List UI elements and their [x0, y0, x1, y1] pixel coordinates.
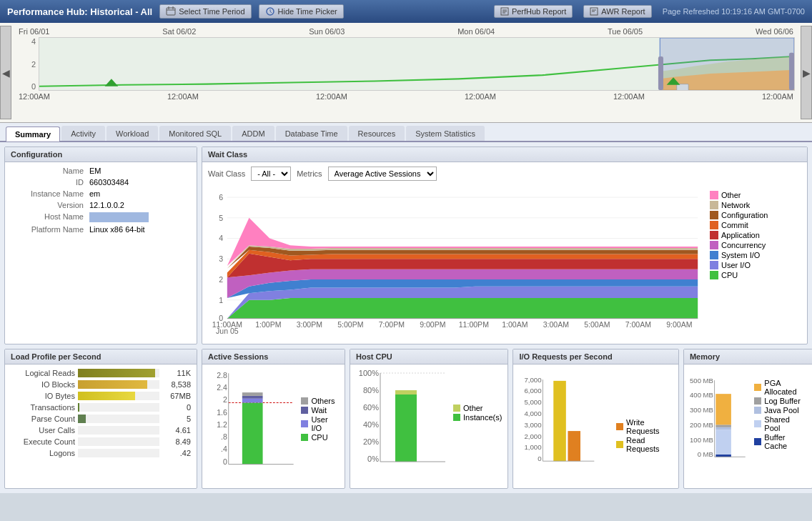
svg-text:7:00AM: 7:00AM	[625, 320, 651, 329]
legend-instances: Instance(s)	[453, 413, 502, 422]
load-row-io-bytes: IO Bytes 67MB	[11, 390, 191, 402]
timeline-area: ◀ Fri 06/01 Sat 06/02 Sun 06/03 Mon 06/0…	[0, 23, 812, 123]
metrics-select[interactable]: Average Active Sessions	[328, 167, 437, 181]
active-sessions-chart: 2.8 2.4 2 1.6 1.2 .8 .4 0	[208, 367, 297, 485]
select-time-period-button[interactable]: Select Time Period	[159, 4, 251, 19]
tab-monitored-sql[interactable]: Monitored SQL	[159, 126, 231, 141]
awr-report-button[interactable]: AWR Report	[583, 5, 651, 18]
config-row-instance: Instance Name em	[8, 188, 194, 199]
timeline-chart[interactable]	[39, 37, 795, 91]
header: Performance Hub: Historical - All Select…	[0, 0, 812, 23]
svg-text:2: 2	[219, 275, 223, 284]
wait-class-legend: Other Network Configuration Commit	[707, 185, 807, 344]
host-cpu-panel: Host CPU 100% 80% 60% 40% 20% 0%	[350, 349, 508, 489]
svg-rect-69	[242, 402, 263, 464]
svg-text:6,000: 6,000	[525, 387, 542, 395]
svg-text:3:00AM: 3:00AM	[543, 320, 569, 329]
timeline-right-button[interactable]: ▶	[801, 26, 812, 119]
load-row-transactions: Transactions 0	[11, 402, 191, 413]
memory-header: Memory	[684, 349, 812, 364]
tab-summary[interactable]: Summary	[6, 126, 60, 142]
svg-rect-95	[568, 431, 581, 461]
tab-system-statistics[interactable]: System Statistics	[406, 126, 485, 141]
legend-system-io: System I/O	[710, 251, 804, 259]
svg-rect-70	[242, 399, 263, 403]
svg-rect-104	[716, 455, 731, 457]
svg-rect-18	[789, 53, 794, 90]
legend-other: Other	[710, 191, 804, 199]
legend-buffer-cache: Buffer Cache	[754, 433, 806, 450]
perfhub-report-button[interactable]: PerfHub Report	[494, 5, 573, 18]
svg-text:0: 0	[538, 455, 542, 462]
svg-text:20%: 20%	[363, 437, 379, 446]
configuration-panel: Configuration Name EM ID 660303484 Insta…	[4, 147, 197, 344]
svg-text:9:00PM: 9:00PM	[420, 320, 445, 329]
svg-text:7,000: 7,000	[525, 376, 542, 384]
legend-java-pool: Java Pool	[754, 406, 806, 415]
tab-addm[interactable]: ADDM	[232, 126, 274, 141]
svg-text:11:00PM: 11:00PM	[459, 320, 489, 329]
legend-concurrency: Concurrency	[710, 241, 804, 249]
load-profile-header: Load Profile per Second	[5, 349, 197, 364]
active-sessions-panel: Active Sessions 2.8 2.4 2 1.6 1.2 .8 .4 …	[202, 349, 345, 489]
main-content: Configuration Name EM ID 660303484 Insta…	[0, 142, 812, 493]
legend-read-requests: Read Requests	[616, 436, 673, 453]
svg-rect-94	[554, 381, 567, 461]
svg-text:1,000: 1,000	[525, 443, 542, 451]
wait-class-chart: 6 5 4 3 2 1 0	[208, 185, 701, 342]
load-row-io-blocks: IO Blocks 8,538	[11, 379, 191, 390]
active-sessions-body: 2.8 2.4 2 1.6 1.2 .8 .4 0	[202, 364, 345, 488]
svg-text:9:00AM: 9:00AM	[666, 320, 692, 329]
legend-shared-pool: Shared Pool	[754, 415, 806, 432]
legend-commit: Commit	[710, 221, 804, 229]
io-requests-header: I/O Requests per Second	[513, 349, 678, 364]
legend-configuration-color	[710, 211, 718, 219]
tab-database-time[interactable]: Database Time	[276, 126, 347, 141]
page-title: Performance Hub: Historical - All	[7, 6, 152, 17]
wait-class-header: Wait Class	[202, 147, 807, 162]
load-row-parse-count: Parse Count 5	[11, 413, 191, 425]
svg-rect-105	[716, 430, 731, 455]
svg-rect-106	[716, 427, 731, 430]
svg-text:200 MB: 200 MB	[690, 421, 713, 429]
host-cpu-chart: 100% 80% 60% 40% 20% 0%	[356, 367, 449, 485]
svg-text:0: 0	[223, 457, 227, 466]
configuration-table: Name EM ID 660303484 Instance Name em Ve…	[5, 162, 197, 238]
tab-activity[interactable]: Activity	[61, 126, 105, 141]
io-requests-panel: I/O Requests per Second 7,000 6,000 5,00…	[513, 349, 678, 489]
config-row-hostname: Host Name	[8, 211, 194, 224]
clock-icon	[265, 6, 275, 16]
config-row-platform: Platform Name Linux x86 64-bit	[8, 224, 194, 235]
top-row: Configuration Name EM ID 660303484 Insta…	[4, 147, 808, 344]
timeline-left-button[interactable]: ◀	[0, 26, 11, 119]
report-icon	[500, 7, 509, 16]
load-profile-panel: Load Profile per Second Logical Reads 11…	[4, 349, 197, 489]
legend-pga-allocated: PGA Allocated	[754, 379, 806, 396]
tab-resources[interactable]: Resources	[349, 126, 405, 141]
svg-text:3,000: 3,000	[525, 421, 542, 429]
legend-other-cpu: Other	[453, 404, 502, 412]
legend-network-color	[710, 201, 718, 209]
configuration-header: Configuration	[5, 147, 197, 162]
awr-icon	[590, 7, 598, 16]
header-right: PerfHub Report AWR Report Page Refreshed…	[494, 5, 805, 18]
svg-text:1:00AM: 1:00AM	[502, 320, 528, 329]
config-row-version: Version 12.1.0.0.2	[8, 199, 194, 211]
hide-time-picker-button[interactable]: Hide Time Picker	[259, 4, 344, 19]
svg-text:5:00PM: 5:00PM	[337, 320, 363, 329]
svg-text:300 MB: 300 MB	[690, 406, 713, 414]
svg-rect-83	[395, 390, 417, 395]
svg-text:.4: .4	[221, 445, 227, 453]
tab-workload[interactable]: Workload	[107, 126, 158, 141]
memory-chart: 500 MB 400 MB 300 MB 200 MB 100 MB 0 MB	[690, 367, 751, 485]
wait-class-panel: Wait Class Wait Class - All - Metrics Av…	[202, 147, 808, 344]
config-row-id: ID 660303484	[8, 177, 194, 188]
legend-user-io-small: User I/O	[301, 415, 339, 432]
page-refreshed-label: Page Refreshed 10:19:16 AM GMT-0700	[663, 7, 805, 16]
host-cpu-header: Host CPU	[350, 349, 508, 364]
legend-cpu-color	[710, 271, 718, 279]
wait-class-select[interactable]: - All -	[251, 167, 291, 181]
svg-text:4: 4	[219, 234, 223, 242]
load-row-execute-count: Execute Count 8.49	[11, 436, 191, 447]
legend-cpu-small: CPU	[301, 433, 339, 442]
